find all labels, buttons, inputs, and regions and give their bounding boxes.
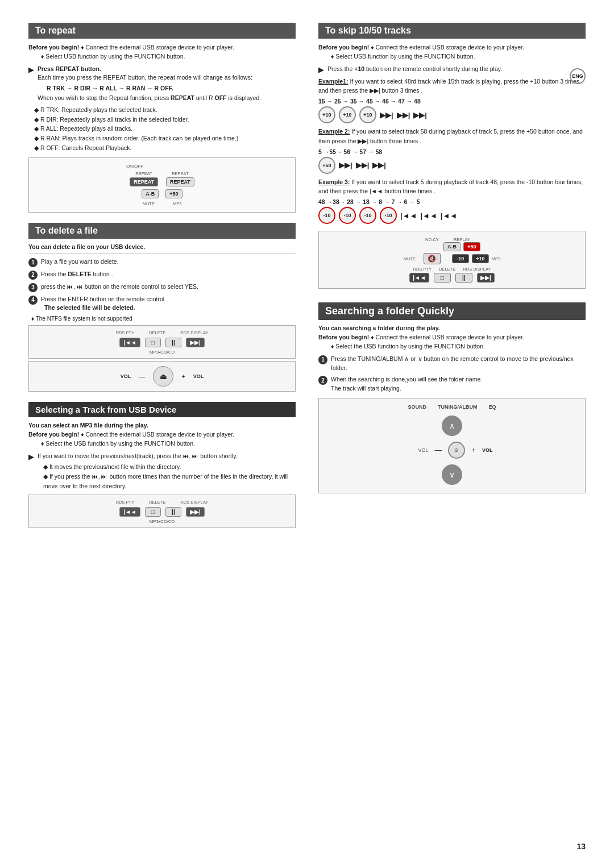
tuning-up-btn: ∧ [442,416,462,436]
bullet-roff: R OFF: Cancels Repeat Playback. [34,143,296,153]
to-skip-title: To skip 10/50 tracks [318,23,586,39]
delete-remote-top: RDS PTY DELETE RDS DISPLAY |◄◄ □ || ▶ [28,325,296,359]
to-delete-title: To delete a file [28,223,296,239]
bullet-rran: R RAN: Plays tracks in random order. (Ea… [34,134,296,143]
skip-btns1: +10 +10 +10 ▶▶| ▶▶| ▶▶| [318,106,586,123]
skip-step1: ▶ Press the +10 button on the remote con… [318,65,586,74]
arrow-icon-2: ▶ [28,452,34,461]
delete-remote-bottom: VOL — ⏏ + VOL [28,361,296,392]
select-before-begin: Before you begin! ♦ Connect the external… [28,430,296,448]
select-you-can: You can select an MP3 file during the pl… [28,422,296,429]
skip-example3: Example 3: If you want to select track 5… [318,177,586,197]
searching-step1: 1 Press the TUNING/ALBUM ∧ or ∨ button o… [318,355,586,373]
to-delete-section: To delete a file You can delete a file o… [28,223,296,392]
bullet-rtrk: R TRK: Repeatedly plays the selected tra… [34,105,296,115]
repeat-remote-diagram: ON/OFF REPEAT REPEAT REPEAT REPEAT [28,157,296,213]
skip-seq1: 15 → 25 → 35 → 45 → 46 → 47 → 48 [318,98,586,105]
delete-step2: 2 Press the DELETE button . [28,270,296,280]
delete-step4: 4 Press the ENTER button on the remote c… [28,295,296,313]
searching-title: Searching a folder Quickly [318,302,586,320]
bullet-rdir: R DIR: Repeatedly plays all tracks in th… [34,115,296,124]
searching-step2: 2 When the searching is done,you will se… [318,375,586,393]
skip-before-begin: Before you begin! ♦ Connect the external… [318,43,586,61]
tuning-remote-diagram: SOUND TUNING/ALBUM EQ ∧ VOL — ⊙ + VOL [318,398,586,493]
to-repeat-title: To repeat [28,23,296,39]
searching-before-begin: Before you begin! ♦ Connect the external… [318,333,586,351]
repeat-bullets: R TRK: Repeatedly plays the selected tra… [34,105,296,153]
searching-section: Searching a folder Quickly You can searc… [318,302,586,493]
arrow-icon-3: ▶ [318,65,324,74]
select-remote: RDS PTY DELETE RDS DISPLAY |◄◄ □ || ▶ [28,495,296,528]
selecting-track-section: Selecting a Track from USB Device You ca… [28,402,296,528]
page-number: 13 [576,842,586,851]
delete-step3: 3 press the ⏮, ⏭ button on the remote co… [28,283,296,292]
skip-remote-diagram: NO.CY REPLAY A-B +50 MUTE [318,231,586,289]
repeat-before-begin: Before you begin! ♦ Connect the external… [28,43,296,61]
skip-seq2: 5 →55→ 56 → 57 → 58 [318,148,586,155]
skip-example1: Example1: If you want to select 48rd tra… [318,77,586,96]
eng-badge: ENG [570,68,586,84]
skip-example2: Example 2: If you want to select track 5… [318,127,586,146]
delete-you-can: You can delete a file on your USB device… [28,243,296,250]
delete-step1: 1 Play a file you want to delete. [28,258,296,267]
searching-you-can: You can searching a folder during the pl… [318,325,586,331]
to-repeat-section: To repeat Before you begin! ♦ Connect th… [28,23,296,213]
tuning-down-btn: ∨ [442,464,462,485]
repeat-step1: ▶ Press REPEAT button. Each time you pre… [28,65,296,103]
select-step1: ▶ If you want to move the previous/next(… [28,452,296,491]
tuning-enter-btn: ⊙ [448,442,465,459]
skip-seq3: 48 →38→ 28 → 18 → 8 → 7 → 6 → 5 [318,198,586,205]
page: ENG To repeat Before you begin! ♦ Connec… [0,0,614,868]
skip-btns2: +50 ▶▶| ▶▶| ▶▶| [318,157,586,174]
bullet-rall: R ALL: Repeatedly plays all tracks. [34,124,296,134]
skip-btns3: -10 -10 -10 -10 |◄◄ |◄◄ |◄◄ [318,207,586,224]
left-column: To repeat Before you begin! ♦ Connect th… [28,23,296,538]
selecting-track-title: Selecting a Track from USB Device [28,402,296,417]
right-column: To skip 10/50 tracks Before you begin! ♦… [318,23,586,538]
to-skip-section: To skip 10/50 tracks Before you begin! ♦… [318,23,586,292]
arrow-icon: ▶ [28,65,34,74]
